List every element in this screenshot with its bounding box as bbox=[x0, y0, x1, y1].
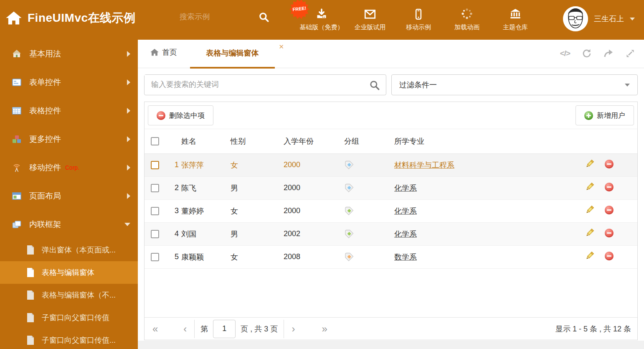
sidebar-item-basic-usage[interactable]: 基本用法 bbox=[0, 40, 138, 68]
nav-label: 企业版试用 bbox=[355, 23, 386, 31]
delete-row-button[interactable] bbox=[605, 229, 615, 239]
row-number: 1 bbox=[165, 153, 181, 176]
cell-gender: 女 bbox=[231, 245, 284, 268]
row-checkbox[interactable] bbox=[151, 230, 159, 238]
chevron-down-icon bbox=[630, 18, 635, 20]
row-number: 2 bbox=[165, 176, 181, 199]
cell-gender: 女 bbox=[231, 153, 284, 176]
delete-row-button[interactable] bbox=[605, 183, 615, 193]
sidebar-subitem-grid-edit-window-no[interactable]: 表格与编辑窗体（不... bbox=[0, 284, 138, 306]
close-icon[interactable]: ✕ bbox=[279, 43, 284, 51]
bank-icon bbox=[509, 8, 522, 20]
header-search[interactable] bbox=[180, 13, 269, 21]
minus-circle-icon bbox=[605, 160, 614, 168]
app-logo[interactable]: FineUIMvc在线示例 bbox=[6, 10, 136, 26]
nav-label: 主题仓库 bbox=[503, 23, 528, 31]
table-row[interactable]: 1张萍萍女2000材料科学与工程系 bbox=[145, 153, 637, 176]
grid-toolbar: 删除选中项 新增用户 bbox=[145, 102, 637, 129]
sidebar-subitem-child-to-parent-2[interactable]: 子窗口向父窗口传值... bbox=[0, 329, 138, 349]
edit-row-button[interactable] bbox=[585, 159, 595, 169]
sidebar-item-iframe[interactable]: 内联框架 bbox=[0, 210, 138, 239]
sidebar-item-mobile-controls[interactable]: 移动控件Corp. bbox=[0, 153, 138, 182]
row-checkbox[interactable] bbox=[151, 207, 159, 215]
tag-icon bbox=[344, 206, 354, 216]
major-link[interactable]: 化学系 bbox=[394, 207, 417, 215]
sidebar-subitem-label: 表格与编辑窗体（不... bbox=[42, 290, 116, 300]
user-menu[interactable]: 三生石上 bbox=[563, 6, 635, 31]
nav-item-theme-store[interactable]: 主题仓库 bbox=[491, 0, 540, 40]
edit-row-button[interactable] bbox=[585, 205, 595, 215]
table-row[interactable]: 2陈飞男2000化学系 bbox=[145, 176, 637, 199]
sidebar-item-grid-controls[interactable]: 表格控件 bbox=[0, 97, 138, 125]
edit-row-button[interactable] bbox=[585, 228, 595, 238]
table-icon bbox=[12, 106, 22, 116]
nav-item-enterprise-trial[interactable]: 企业版试用 bbox=[346, 0, 394, 40]
delete-row-button[interactable] bbox=[605, 160, 615, 170]
edit-row-button[interactable] bbox=[585, 251, 595, 261]
chevron-right-icon bbox=[127, 136, 130, 142]
first-page-icon[interactable]: « bbox=[151, 324, 158, 334]
nav-item-loading-anim[interactable]: 加载动画 bbox=[443, 0, 491, 40]
sidebar-subitem-popup-window[interactable]: 弹出窗体（本页面或... bbox=[0, 239, 138, 261]
nav-item-mobile-demo[interactable]: 移动示例 bbox=[394, 0, 443, 40]
table-row[interactable]: 3董婷婷女2000化学系 bbox=[145, 199, 637, 222]
pagination-bar: « ‹ 第 页 , 共 3 页 › » 显示 1 - 5 条 , 共 12 条 bbox=[145, 317, 637, 340]
sidebar-item-form-controls[interactable]: 表单控件 bbox=[0, 68, 138, 97]
cell-name: 刘国 bbox=[181, 222, 231, 245]
share-icon[interactable] bbox=[603, 48, 614, 59]
last-page-icon[interactable]: » bbox=[320, 324, 327, 334]
cell-year: 2000 bbox=[284, 176, 344, 199]
major-link[interactable]: 化学系 bbox=[394, 230, 417, 238]
sidebar-subitem-child-to-parent[interactable]: 子窗口向父窗口传值 bbox=[0, 306, 138, 329]
page-background bbox=[138, 341, 644, 349]
delete-row-button[interactable] bbox=[605, 206, 615, 216]
file-icon bbox=[26, 267, 35, 278]
prev-page-icon[interactable]: ‹ bbox=[182, 324, 188, 334]
row-checkbox[interactable] bbox=[151, 253, 159, 261]
cell-year: 2000 bbox=[284, 199, 344, 222]
keyword-search-input[interactable] bbox=[145, 75, 353, 94]
header-search-input[interactable] bbox=[180, 13, 246, 21]
row-number: 5 bbox=[165, 245, 181, 268]
sidebar-subitem-grid-edit-window[interactable]: 表格与编辑窗体 bbox=[0, 261, 138, 284]
sidebar-item-page-layout[interactable]: 页面布局 bbox=[0, 182, 138, 210]
delete-selected-button[interactable]: 删除选中项 bbox=[148, 105, 213, 125]
file-icon bbox=[26, 245, 35, 255]
row-checkbox[interactable] bbox=[151, 184, 159, 192]
download-icon bbox=[315, 8, 328, 20]
page-prefix: 第 bbox=[200, 324, 208, 334]
major-link[interactable]: 化学系 bbox=[394, 184, 417, 192]
edit-pencil-icon bbox=[585, 182, 595, 192]
page-number-input[interactable] bbox=[213, 320, 236, 338]
tab-home[interactable]: 首页 bbox=[150, 47, 177, 57]
add-user-label: 新增用户 bbox=[597, 111, 625, 120]
sidebar-item-more-controls[interactable]: 更多控件 bbox=[0, 125, 138, 153]
header-search-icon[interactable] bbox=[259, 12, 269, 23]
record-summary: 显示 1 - 5 条 , 共 12 条 bbox=[555, 324, 631, 334]
major-link[interactable]: 材料科学与工程系 bbox=[394, 161, 454, 169]
filter-dropdown[interactable]: 过滤条件一 bbox=[391, 74, 638, 95]
refresh-icon[interactable] bbox=[581, 48, 592, 59]
cell-gender: 男 bbox=[231, 176, 284, 199]
edit-pencil-icon bbox=[585, 228, 595, 238]
frames-icon bbox=[12, 219, 22, 229]
next-page-icon[interactable]: › bbox=[290, 324, 297, 334]
expand-icon[interactable] bbox=[625, 48, 636, 59]
tag-icon bbox=[344, 229, 354, 239]
select-all-checkbox[interactable] bbox=[151, 137, 159, 145]
table-row[interactable]: 4刘国男2002化学系 bbox=[145, 222, 637, 245]
edit-pencil-icon bbox=[585, 205, 595, 215]
delete-row-button[interactable] bbox=[605, 252, 615, 262]
minus-circle-icon bbox=[157, 111, 165, 120]
add-user-button[interactable]: 新增用户 bbox=[576, 105, 634, 125]
layout-icon bbox=[12, 191, 22, 201]
major-link[interactable]: 数学系 bbox=[394, 253, 417, 261]
row-checkbox[interactable] bbox=[151, 161, 159, 169]
table-row[interactable]: 5康颖颖女2008数学系 bbox=[145, 245, 637, 268]
app-header: FineUIMvc在线示例 FREE! 基础版（免费） 企业版试用 移动 bbox=[0, 0, 644, 40]
tab-label: 表格与编辑窗体 bbox=[206, 48, 259, 58]
view-source-icon[interactable]: </> bbox=[560, 48, 570, 59]
search-icon[interactable] bbox=[369, 80, 380, 91]
edit-row-button[interactable] bbox=[585, 182, 595, 192]
tab-grid-edit-window[interactable]: 表格与编辑窗体 ✕ bbox=[190, 40, 275, 68]
